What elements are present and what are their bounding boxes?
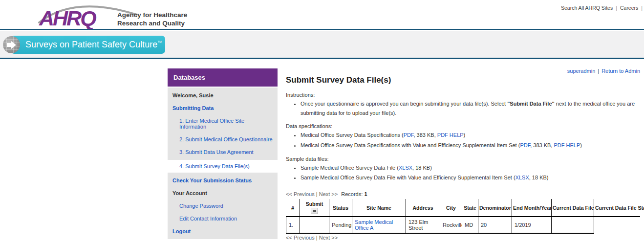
sidebar-heading-your-account: Your Account [168, 187, 278, 199]
sample-files-label: Sample data files: [286, 156, 642, 162]
col-submit: Submit [300, 199, 329, 217]
site-name-link[interactable]: Sample Medical Office A [355, 219, 393, 231]
sidebar-item-change-password[interactable]: Change Password [168, 199, 278, 212]
sidebar-item-check-submission-status[interactable]: Check Your Submission Status [168, 173, 278, 187]
cell-current-data-file [552, 217, 594, 233]
pager-separator: | [316, 191, 318, 197]
inline-link[interactable]: PDF HELP [554, 142, 580, 148]
sidebar-block-top: Welcome, Susie Submitting Data 1. Enter … [168, 88, 278, 160]
link-search-all-ahrq-sites[interactable]: Search All AHRQ Sites [561, 5, 613, 11]
cell-status: Pending [329, 217, 352, 233]
cell-city: Rockville [440, 217, 462, 233]
inline-link[interactable]: PDF HELP [437, 132, 464, 138]
records-table: # Submit Status Site Name Address City S… [286, 199, 640, 234]
data-specs-list: Medical Office Survey Data Specification… [286, 131, 642, 150]
next-link[interactable]: Next >> [319, 191, 338, 197]
cell-end-month-year: 1/2019 [512, 217, 552, 233]
header-utility-links: Search All AHRQ Sites|Careers|Contact Us [561, 5, 644, 11]
sample-files-bullet: Sample Medical Office Survey Data File (… [301, 163, 642, 173]
next-link-bottom[interactable]: Next >> [319, 235, 338, 241]
cell-state: MD [462, 217, 478, 233]
pagination-bottom: << Previous | Next >> [286, 235, 642, 241]
instructions-bullet: Once your questionnaire is approved you … [301, 99, 642, 117]
previous-link-bottom[interactable]: << Previous [286, 235, 315, 241]
sidebar-item-edit-contact-information[interactable]: Edit Contact Information [168, 212, 278, 225]
col-address: Address [406, 199, 440, 217]
inline-link[interactable]: PDF [520, 142, 530, 148]
sidebar-item-submitting-data[interactable]: Submitting Data [168, 102, 278, 114]
banner-title: Surveys on Patient Safety Culture™ [25, 40, 162, 50]
cell-address: 123 Elm Street [406, 217, 440, 233]
data-specs-label: Data specifications: [286, 123, 642, 129]
sidebar-block-bottom: Check Your Submission Status Your Accoun… [168, 173, 278, 239]
table-row: 1. Pending Sample Medical Office A 123 E… [286, 217, 641, 233]
page: AHRQ Agency for Healthcare Research and … [0, 0, 644, 243]
pager-separator: | [316, 235, 318, 241]
col-denominator: Denominator [478, 199, 512, 217]
col-current-data-file-status: Current Data File Status [594, 199, 641, 217]
text-segment: , 18 KB) [529, 175, 549, 180]
cell-submit [300, 217, 329, 233]
inline-link[interactable]: XLSX [399, 165, 412, 171]
submit-sort-icon[interactable] [311, 208, 318, 214]
text-segment: "Submit Data File" [507, 101, 555, 107]
ahrq-logo-text: AHRQ [39, 6, 96, 29]
text-segment: , 383 KB, [530, 142, 554, 148]
col-state: State [462, 199, 478, 217]
main-content: Submit Survey Data File(s) Instructions:… [286, 64, 642, 243]
previous-link[interactable]: << Previous [286, 191, 315, 197]
text-segment: Sample Medical Office Survey Data File ( [301, 165, 399, 171]
globe-arrow-icon [3, 36, 20, 53]
text-segment: Medical Office Survey Data Specification… [301, 142, 520, 148]
text-segment: , 383 KB, [414, 132, 437, 138]
sample-files-list: Sample Medical Office Survey Data File (… [286, 163, 642, 182]
table-header-row: # Submit Status Site Name Address City S… [286, 199, 641, 217]
sidebar-item-submit-data-use-agreement[interactable]: 3. Submit Data Use Agreement [168, 146, 278, 160]
pagination-top: << Previous | Next >> Records: 1 [286, 191, 642, 197]
data-specs-bullet: Medical Office Survey Data Specification… [301, 131, 642, 140]
brand-strip: Surveys on Patient Safety Culture™ [0, 31, 644, 59]
inline-link[interactable]: PDF [404, 132, 414, 138]
text-segment: ) [580, 142, 582, 148]
sidebar-nav: Databases Welcome, Susie Submitting Data… [168, 68, 278, 239]
sidebar-item-logout[interactable]: Logout [168, 225, 278, 239]
records-count: Records: 1 [341, 191, 367, 197]
page-title: Submit Survey Data File(s) [286, 75, 642, 85]
cell-site-name: Sample Medical Office A [352, 217, 406, 233]
cell-number: 1. [286, 217, 300, 233]
text-segment: , 18 KB) [412, 165, 432, 171]
text-segment: Once your questionnaire is approved you … [301, 101, 507, 107]
text-segment: ) [464, 132, 466, 138]
agency-name: Agency for Healthcare Research and Quali… [117, 11, 187, 27]
col-current-data-file: Current Data File [552, 199, 594, 217]
link-careers[interactable]: Careers [620, 5, 638, 11]
cell-current-data-file-status [594, 217, 641, 233]
sidebar-item-enter-site-information[interactable]: 1. Enter Medical Office Site Information [168, 114, 278, 133]
text-segment: Sample Medical Office Survey Data File w… [301, 175, 515, 180]
instructions-list: Once your questionnaire is approved you … [286, 99, 642, 117]
sidebar-item-submit-questionnaire[interactable]: 2. Submit Medical Office Questionnaire [168, 133, 278, 146]
col-city: City [440, 199, 462, 217]
col-number: # [286, 199, 300, 217]
sops-banner: Surveys on Patient Safety Culture™ [11, 36, 165, 54]
inline-link[interactable]: XLSX [515, 175, 529, 180]
instructions-label: Instructions: [286, 92, 642, 98]
data-specs-bullet: Medical Office Survey Data Specification… [301, 141, 642, 150]
site-header: AHRQ Agency for Healthcare Research and … [0, 0, 644, 30]
col-status: Status [329, 199, 352, 217]
cell-denominator: 20 [478, 217, 512, 233]
col-end-month-year: End Month/Year [512, 199, 552, 217]
link-separator: | [641, 5, 643, 11]
sidebar-item-submit-survey-data-files[interactable]: 4. Submit Survey Data File(s) [168, 160, 278, 173]
col-site-name: Site Name [352, 199, 406, 217]
sidebar-header-databases: Databases [168, 68, 278, 87]
sample-files-bullet: Sample Medical Office Survey Data File w… [301, 173, 642, 182]
sidebar-welcome-text: Welcome, Susie [168, 88, 278, 102]
text-segment: Medical Office Survey Data Specification… [301, 132, 404, 138]
link-separator: | [616, 5, 617, 11]
